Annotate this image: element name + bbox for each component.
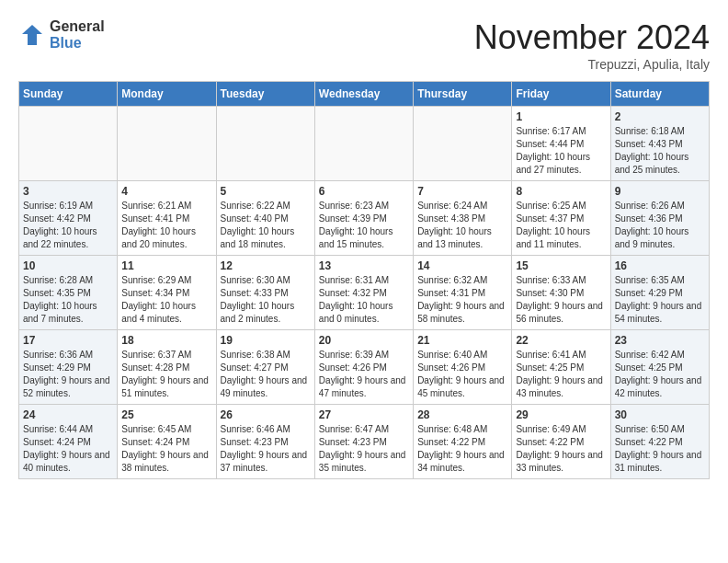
weekday-header-friday: Friday xyxy=(512,82,610,107)
calendar-cell: 24Sunrise: 6:44 AM Sunset: 4:24 PM Dayli… xyxy=(19,405,118,479)
day-info: Sunrise: 6:38 AM Sunset: 4:27 PM Dayligh… xyxy=(221,349,311,400)
day-number: 8 xyxy=(516,185,606,198)
day-info: Sunrise: 6:30 AM Sunset: 4:33 PM Dayligh… xyxy=(221,274,311,326)
calendar-cell: 15Sunrise: 6:33 AM Sunset: 4:30 PM Dayli… xyxy=(512,256,610,330)
day-info: Sunrise: 6:44 AM Sunset: 4:24 PM Dayligh… xyxy=(23,423,113,475)
calendar-cell: 26Sunrise: 6:46 AM Sunset: 4:23 PM Dayli… xyxy=(216,405,314,479)
calendar-cell: 20Sunrise: 6:39 AM Sunset: 4:26 PM Dayli… xyxy=(314,330,413,405)
weekday-header-sunday: Sunday xyxy=(19,82,118,107)
logo-text: General Blue xyxy=(50,18,105,51)
week-row-1: 1Sunrise: 6:17 AM Sunset: 4:44 PM Daylig… xyxy=(19,107,710,181)
day-number: 12 xyxy=(221,259,311,272)
calendar-table: SundayMondayTuesdayWednesdayThursdayFrid… xyxy=(18,81,710,479)
calendar-cell: 8Sunrise: 6:25 AM Sunset: 4:37 PM Daylig… xyxy=(512,181,610,256)
logo-icon xyxy=(18,21,46,49)
calendar-cell: 14Sunrise: 6:32 AM Sunset: 4:31 PM Dayli… xyxy=(414,256,512,330)
day-number: 18 xyxy=(121,334,211,347)
day-info: Sunrise: 6:22 AM Sunset: 4:40 PM Dayligh… xyxy=(221,200,311,251)
calendar-cell: 13Sunrise: 6:31 AM Sunset: 4:32 PM Dayli… xyxy=(314,256,413,330)
calendar-cell xyxy=(216,107,314,181)
title-block: November 2024 Trepuzzi, Apulia, Italy xyxy=(474,18,710,72)
svg-marker-0 xyxy=(22,25,42,45)
week-row-5: 24Sunrise: 6:44 AM Sunset: 4:24 PM Dayli… xyxy=(19,405,710,479)
calendar-cell: 2Sunrise: 6:18 AM Sunset: 4:43 PM Daylig… xyxy=(610,107,709,181)
weekday-header-thursday: Thursday xyxy=(414,82,512,107)
day-info: Sunrise: 6:18 AM Sunset: 4:43 PM Dayligh… xyxy=(615,125,705,177)
day-info: Sunrise: 6:40 AM Sunset: 4:26 PM Dayligh… xyxy=(417,349,507,400)
day-number: 26 xyxy=(221,408,311,421)
day-number: 15 xyxy=(516,259,606,272)
weekday-header-wednesday: Wednesday xyxy=(314,82,413,107)
week-row-3: 10Sunrise: 6:28 AM Sunset: 4:35 PM Dayli… xyxy=(19,256,710,330)
logo-blue: Blue xyxy=(50,35,105,52)
day-number: 7 xyxy=(417,185,507,198)
calendar-cell xyxy=(314,107,413,181)
calendar-cell: 1Sunrise: 6:17 AM Sunset: 4:44 PM Daylig… xyxy=(512,107,610,181)
day-info: Sunrise: 6:19 AM Sunset: 4:42 PM Dayligh… xyxy=(23,200,113,251)
calendar-cell: 30Sunrise: 6:50 AM Sunset: 4:22 PM Dayli… xyxy=(610,405,709,479)
month-title: November 2024 xyxy=(474,18,710,57)
day-info: Sunrise: 6:36 AM Sunset: 4:29 PM Dayligh… xyxy=(23,349,113,400)
day-number: 21 xyxy=(417,334,507,347)
page-header: General Blue November 2024 Trepuzzi, Apu… xyxy=(18,18,710,72)
calendar-cell: 16Sunrise: 6:35 AM Sunset: 4:29 PM Dayli… xyxy=(610,256,709,330)
calendar-cell xyxy=(19,107,118,181)
day-number: 2 xyxy=(615,110,705,123)
calendar-cell: 7Sunrise: 6:24 AM Sunset: 4:38 PM Daylig… xyxy=(414,181,512,256)
day-number: 20 xyxy=(319,334,409,347)
logo: General Blue xyxy=(18,18,105,51)
day-info: Sunrise: 6:31 AM Sunset: 4:32 PM Dayligh… xyxy=(319,274,409,326)
day-info: Sunrise: 6:17 AM Sunset: 4:44 PM Dayligh… xyxy=(516,125,606,177)
location-subtitle: Trepuzzi, Apulia, Italy xyxy=(474,57,710,72)
day-info: Sunrise: 6:45 AM Sunset: 4:24 PM Dayligh… xyxy=(121,423,211,475)
day-number: 9 xyxy=(615,185,705,198)
calendar-cell xyxy=(118,107,216,181)
day-info: Sunrise: 6:28 AM Sunset: 4:35 PM Dayligh… xyxy=(23,274,113,326)
week-row-4: 17Sunrise: 6:36 AM Sunset: 4:29 PM Dayli… xyxy=(19,330,710,405)
calendar-cell xyxy=(414,107,512,181)
day-info: Sunrise: 6:35 AM Sunset: 4:29 PM Dayligh… xyxy=(615,274,705,326)
calendar-cell: 29Sunrise: 6:49 AM Sunset: 4:22 PM Dayli… xyxy=(512,405,610,479)
calendar-cell: 21Sunrise: 6:40 AM Sunset: 4:26 PM Dayli… xyxy=(414,330,512,405)
weekday-header-saturday: Saturday xyxy=(610,82,709,107)
day-number: 27 xyxy=(319,408,409,421)
day-number: 28 xyxy=(417,408,507,421)
day-info: Sunrise: 6:42 AM Sunset: 4:25 PM Dayligh… xyxy=(615,349,705,400)
calendar-cell: 4Sunrise: 6:21 AM Sunset: 4:41 PM Daylig… xyxy=(118,181,216,256)
calendar-cell: 17Sunrise: 6:36 AM Sunset: 4:29 PM Dayli… xyxy=(19,330,118,405)
day-info: Sunrise: 6:50 AM Sunset: 4:22 PM Dayligh… xyxy=(615,423,705,475)
day-info: Sunrise: 6:21 AM Sunset: 4:41 PM Dayligh… xyxy=(121,200,211,251)
day-number: 14 xyxy=(417,259,507,272)
week-row-2: 3Sunrise: 6:19 AM Sunset: 4:42 PM Daylig… xyxy=(19,181,710,256)
calendar-cell: 28Sunrise: 6:48 AM Sunset: 4:22 PM Dayli… xyxy=(414,405,512,479)
logo-general: General xyxy=(50,18,105,35)
calendar-cell: 23Sunrise: 6:42 AM Sunset: 4:25 PM Dayli… xyxy=(610,330,709,405)
calendar-cell: 27Sunrise: 6:47 AM Sunset: 4:23 PM Dayli… xyxy=(314,405,413,479)
weekday-header-monday: Monday xyxy=(118,82,216,107)
day-info: Sunrise: 6:46 AM Sunset: 4:23 PM Dayligh… xyxy=(221,423,311,475)
calendar-cell: 12Sunrise: 6:30 AM Sunset: 4:33 PM Dayli… xyxy=(216,256,314,330)
day-number: 30 xyxy=(615,408,705,421)
calendar-cell: 22Sunrise: 6:41 AM Sunset: 4:25 PM Dayli… xyxy=(512,330,610,405)
day-number: 25 xyxy=(121,408,211,421)
day-number: 10 xyxy=(23,259,113,272)
day-info: Sunrise: 6:29 AM Sunset: 4:34 PM Dayligh… xyxy=(121,274,211,326)
calendar-cell: 18Sunrise: 6:37 AM Sunset: 4:28 PM Dayli… xyxy=(118,330,216,405)
day-info: Sunrise: 6:26 AM Sunset: 4:36 PM Dayligh… xyxy=(615,200,705,251)
day-number: 11 xyxy=(121,259,211,272)
calendar-cell: 11Sunrise: 6:29 AM Sunset: 4:34 PM Dayli… xyxy=(118,256,216,330)
day-info: Sunrise: 6:23 AM Sunset: 4:39 PM Dayligh… xyxy=(319,200,409,251)
day-number: 1 xyxy=(516,110,606,123)
calendar-cell: 19Sunrise: 6:38 AM Sunset: 4:27 PM Dayli… xyxy=(216,330,314,405)
day-number: 13 xyxy=(319,259,409,272)
day-info: Sunrise: 6:33 AM Sunset: 4:30 PM Dayligh… xyxy=(516,274,606,326)
calendar-cell: 10Sunrise: 6:28 AM Sunset: 4:35 PM Dayli… xyxy=(19,256,118,330)
day-info: Sunrise: 6:39 AM Sunset: 4:26 PM Dayligh… xyxy=(319,349,409,400)
day-number: 5 xyxy=(221,185,311,198)
calendar-cell: 9Sunrise: 6:26 AM Sunset: 4:36 PM Daylig… xyxy=(610,181,709,256)
day-number: 19 xyxy=(221,334,311,347)
day-number: 24 xyxy=(23,408,113,421)
day-info: Sunrise: 6:49 AM Sunset: 4:22 PM Dayligh… xyxy=(516,423,606,475)
calendar-cell: 5Sunrise: 6:22 AM Sunset: 4:40 PM Daylig… xyxy=(216,181,314,256)
day-number: 23 xyxy=(615,334,705,347)
